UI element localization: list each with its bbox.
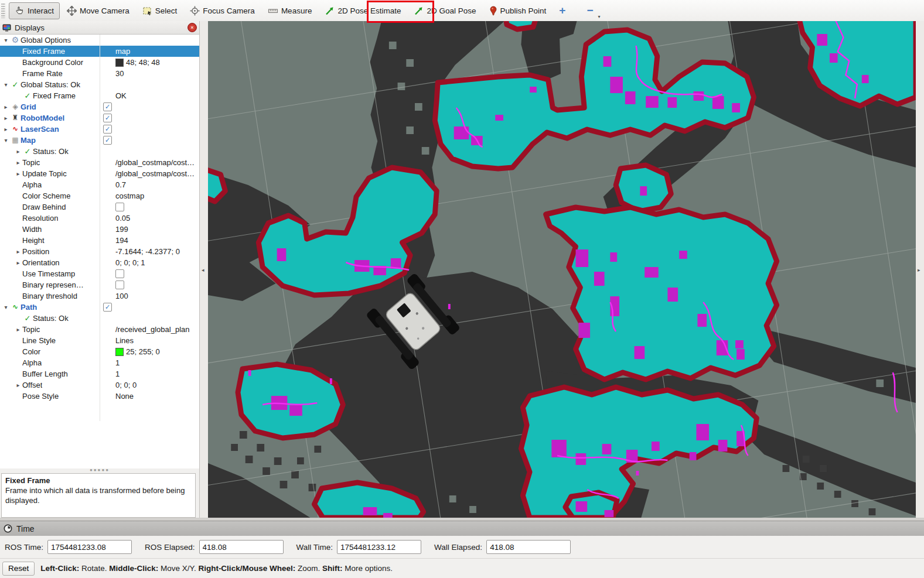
left-collapse-strip[interactable]: ◂: [200, 21, 208, 518]
property-value[interactable]: 194: [115, 235, 128, 246]
property-name: LaserScan: [21, 124, 59, 135]
add-tool-button[interactable]: +: [553, 4, 571, 17]
time-panel-header[interactable]: Time: [0, 521, 924, 536]
expand-arrow[interactable]: ▾: [2, 135, 10, 146]
select-label: Select: [155, 6, 178, 15]
property-name: Height: [22, 235, 45, 246]
ruler-icon: [268, 6, 278, 16]
enabled-checkbox[interactable]: [103, 102, 112, 111]
property-value[interactable]: /global_costmap/cost…: [115, 168, 195, 179]
property-value[interactable]: 0.05: [115, 213, 130, 224]
expand-arrow[interactable]: ▸: [14, 157, 22, 168]
property-name: Update Topic: [22, 168, 67, 179]
enabled-checkbox[interactable]: [115, 281, 124, 289]
property-value[interactable]: 0; 0; 0; 1: [115, 257, 145, 268]
property-value[interactable]: /global_costmap/cost…: [115, 157, 195, 168]
costmap-scene: [208, 21, 916, 518]
property-name: Fixed Frame: [22, 46, 65, 57]
hint-segment: Left-Click:: [40, 564, 79, 573]
property-value[interactable]: costmap: [115, 190, 144, 201]
remove-tool-button[interactable]: − ▾: [581, 4, 599, 17]
collapse-right-arrow[interactable]: ▸: [918, 267, 920, 273]
time-field-input[interactable]: [486, 540, 571, 554]
property-value[interactable]: 0; 0; 0: [115, 379, 137, 391]
expand-arrow[interactable]: ▸: [14, 168, 22, 179]
goal-pose-tool-button[interactable]: 2D Goal Pose: [408, 2, 482, 19]
property-value[interactable]: Lines: [115, 335, 134, 346]
property-value[interactable]: 199: [115, 224, 128, 235]
color-swatch[interactable]: [115, 59, 124, 67]
expand-arrow[interactable]: ▸: [2, 124, 10, 135]
interact-label: Interact: [28, 6, 54, 15]
property-value[interactable]: 1: [115, 357, 120, 368]
color-swatch[interactable]: [115, 348, 124, 356]
property-value[interactable]: 30: [115, 68, 124, 79]
expand-arrow[interactable]: ▸: [14, 379, 22, 391]
displays-panel-header[interactable]: Displays ×: [0, 21, 199, 35]
hint-segment: Right-Click/Mouse Wheel:: [198, 564, 295, 573]
toolbar: Interact Move Camera Select: [0, 0, 924, 22]
expand-arrow[interactable]: ▾: [2, 302, 10, 313]
tool-options-caret[interactable]: ▾: [598, 14, 601, 19]
property-name: Status: Ok: [33, 146, 69, 157]
property-value[interactable]: map: [115, 46, 130, 57]
enabled-checkbox[interactable]: [115, 269, 124, 278]
enabled-checkbox[interactable]: [103, 114, 112, 122]
pose-estimate-tool-button[interactable]: 2D Pose Estimate: [319, 2, 407, 19]
expand-arrow[interactable]: ▸: [14, 257, 22, 268]
expand-arrow[interactable]: ▸: [14, 146, 22, 157]
time-field-input[interactable]: [47, 540, 132, 554]
property-value[interactable]: 48; 48; 48: [126, 57, 160, 68]
3d-render-view[interactable]: [208, 21, 916, 518]
green-arrow-icon: [414, 6, 424, 16]
property-value[interactable]: None: [115, 391, 134, 402]
time-field-input[interactable]: [337, 540, 421, 554]
property-name: Global Options: [21, 35, 71, 46]
enabled-checkbox[interactable]: [103, 303, 112, 312]
map-pin-icon: [489, 6, 497, 16]
column-separator[interactable]: [100, 35, 100, 421]
property-value[interactable]: -7.1644; -4.2377; 0: [115, 246, 180, 257]
expand-arrow[interactable]: ▾: [2, 35, 10, 46]
enabled-checkbox[interactable]: [103, 136, 112, 145]
property-name: Width: [22, 224, 42, 235]
right-collapse-strip[interactable]: ▸: [916, 21, 924, 518]
reset-button[interactable]: Reset: [2, 562, 35, 576]
panel-splitter[interactable]: ●●●●●: [0, 468, 199, 473]
time-field-label: ROS Time:: [5, 543, 43, 552]
select-tool-button[interactable]: Select: [137, 2, 183, 19]
rviz-window: Interact Move Camera Select: [0, 0, 924, 578]
measure-label: Measure: [281, 6, 312, 15]
property-value[interactable]: 0.7: [115, 179, 126, 190]
time-field-label: Wall Time:: [296, 543, 333, 552]
time-field-input[interactable]: [199, 540, 284, 554]
expand-arrow[interactable]: ▾: [2, 79, 10, 90]
property-value[interactable]: 25; 255; 0: [126, 346, 160, 357]
interact-tool-button[interactable]: Interact: [9, 2, 60, 19]
move-camera-tool-button[interactable]: Move Camera: [61, 2, 135, 19]
expand-arrow[interactable]: ▸: [2, 112, 10, 124]
property-name: Background Color: [22, 57, 83, 68]
hint-segment: More options.: [342, 564, 393, 573]
expand-arrow[interactable]: ▸: [2, 101, 10, 112]
publish-point-tool-button[interactable]: Publish Point: [483, 2, 553, 19]
focus-camera-tool-button[interactable]: Focus Camera: [184, 2, 261, 19]
property-value[interactable]: 100: [115, 290, 128, 302]
property-value[interactable]: 1: [115, 368, 120, 379]
expand-arrow[interactable]: ▸: [14, 324, 22, 335]
measure-tool-button[interactable]: Measure: [262, 2, 318, 19]
collapse-left-arrow[interactable]: ◂: [202, 267, 204, 273]
property-value[interactable]: OK: [115, 90, 127, 101]
property-name: Orientation: [22, 257, 60, 268]
toolbar-drag-handle[interactable]: [1, 3, 5, 18]
expand-arrow[interactable]: ▸: [14, 246, 22, 257]
focus-camera-label: Focus Camera: [203, 6, 255, 15]
goal-pose-label: 2D Goal Pose: [427, 6, 476, 15]
property-value[interactable]: /received_global_plan: [115, 324, 189, 335]
property-name: Path: [21, 302, 37, 313]
enabled-checkbox[interactable]: [115, 203, 124, 211]
close-panel-button[interactable]: ×: [187, 23, 197, 32]
enabled-checkbox[interactable]: [103, 125, 112, 134]
move-camera-label: Move Camera: [80, 6, 129, 15]
hint-segment: Rotate.: [79, 564, 109, 573]
